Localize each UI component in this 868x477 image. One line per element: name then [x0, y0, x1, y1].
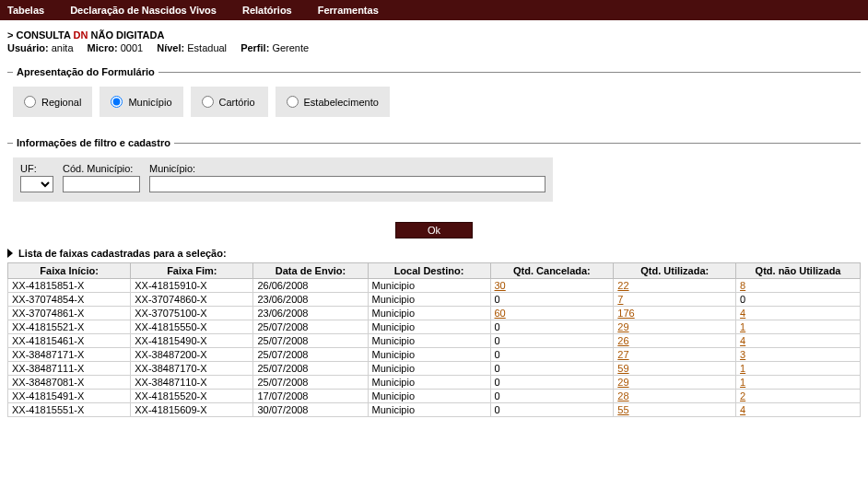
- count-link[interactable]: 7: [617, 294, 623, 305]
- table-cell: 1: [736, 376, 861, 390]
- mun-input[interactable]: [149, 176, 545, 192]
- radio-municipio-box[interactable]: Município: [100, 87, 182, 117]
- perfil-label: Perfil:: [240, 42, 269, 53]
- table-cell: 22: [614, 279, 736, 293]
- count-link[interactable]: 1: [740, 363, 745, 374]
- count-link[interactable]: 1: [740, 321, 745, 332]
- radio-cartorio[interactable]: [202, 96, 214, 108]
- col-naoutil: Qtd. não Utilizada: [736, 263, 861, 279]
- table-row: XX-41815551-XXX-41815609-X30/07/2008Muni…: [8, 403, 861, 417]
- table-cell: XX-38487081-X: [8, 376, 131, 390]
- table-cell: 4: [736, 403, 861, 417]
- table-cell: 0: [490, 362, 614, 376]
- table-cell: 2: [736, 390, 861, 403]
- radio-regional-box[interactable]: Regional: [13, 87, 92, 117]
- table-cell: 29: [614, 320, 736, 334]
- table-row: XX-38487171-XXX-38487200-X25/07/2008Muni…: [8, 348, 861, 362]
- count-link[interactable]: 55: [617, 404, 628, 415]
- radio-cartorio-box[interactable]: Cartório: [191, 87, 268, 117]
- faixas-table: Faixa Início: Faixa Fim: Data de Envio: …: [7, 262, 861, 417]
- col-cancel: Qtd. Cancelada:: [490, 263, 614, 279]
- table-cell: 4: [736, 334, 861, 348]
- usuario-label: Usuário:: [7, 42, 49, 53]
- count-link[interactable]: 4: [740, 404, 745, 415]
- count-link[interactable]: 26: [617, 335, 628, 346]
- count-link[interactable]: 27: [617, 349, 628, 360]
- table-cell: XX-37074854-X: [8, 293, 131, 307]
- ok-button[interactable]: Ok: [395, 222, 473, 238]
- table-cell: XX-41815490-X: [131, 334, 253, 348]
- table-cell: 4: [736, 307, 861, 320]
- menu-ferramentas[interactable]: Ferramentas: [318, 5, 379, 16]
- table-cell: 1: [736, 362, 861, 376]
- radio-municipio[interactable]: [111, 96, 123, 108]
- radio-municipio-label: Município: [128, 97, 171, 108]
- table-cell: 0: [490, 390, 614, 403]
- table-cell: 59: [614, 362, 736, 376]
- radio-regional-label: Regional: [41, 97, 81, 108]
- table-cell: Municipio: [368, 390, 490, 403]
- table-cell: 29: [614, 376, 736, 390]
- count-link[interactable]: 176: [617, 308, 634, 319]
- count-link[interactable]: 4: [740, 335, 745, 346]
- micro-value: 0001: [121, 42, 143, 53]
- col-util: Qtd. Utilizada:: [614, 263, 736, 279]
- table-cell: Municipio: [368, 307, 490, 320]
- count-link[interactable]: 60: [495, 308, 506, 319]
- title-suffix: NÃO DIGITADA: [88, 29, 165, 41]
- count-link[interactable]: 3: [740, 349, 745, 360]
- table-cell: XX-41815461-X: [8, 334, 131, 348]
- table-cell: XX-37075100-X: [131, 307, 253, 320]
- title-prefix: > CONSULTA: [7, 29, 74, 41]
- table-cell: 30/07/2008: [253, 403, 368, 417]
- mun-label: Município:: [149, 163, 545, 174]
- count-link[interactable]: 1: [740, 377, 745, 388]
- count-link[interactable]: 28: [617, 390, 628, 401]
- radio-regional[interactable]: [24, 96, 36, 108]
- table-cell: 60: [490, 307, 614, 320]
- count-link[interactable]: 8: [740, 280, 745, 291]
- count-link[interactable]: 2: [740, 390, 745, 401]
- uf-select[interactable]: [20, 176, 53, 192]
- table-cell: 0: [490, 403, 614, 417]
- count-link[interactable]: 29: [617, 321, 628, 332]
- list-header: Lista de faixas cadastradas para a seleç…: [7, 248, 861, 259]
- usuario-value: anita: [52, 42, 74, 53]
- triangle-icon: [7, 249, 13, 258]
- nivel-label: Nível:: [157, 42, 184, 53]
- table-row: XX-41815491-XXX-41815520-X17/07/2008Muni…: [8, 390, 861, 403]
- menu-declaracao[interactable]: Declaração de Nascidos Vivos: [70, 5, 217, 16]
- table-cell: XX-37074861-X: [8, 307, 131, 320]
- table-cell: Municipio: [368, 362, 490, 376]
- table-cell: XX-38487171-X: [8, 348, 131, 362]
- table-row: XX-37074854-XXX-37074860-X23/06/2008Muni…: [8, 293, 861, 307]
- table-cell: XX-41815550-X: [131, 320, 253, 334]
- menu-relatorios[interactable]: Relatórios: [242, 5, 292, 16]
- table-cell: Municipio: [368, 348, 490, 362]
- table-cell: XX-41815851-X: [8, 279, 131, 293]
- radio-estabelecimento-box[interactable]: Estabelecimento: [276, 87, 390, 117]
- micro-label: Micro:: [88, 42, 118, 53]
- count-link[interactable]: 29: [617, 377, 628, 388]
- count-link[interactable]: 22: [617, 280, 628, 291]
- count-link[interactable]: 30: [495, 280, 506, 291]
- count-link[interactable]: 59: [617, 363, 628, 374]
- col-faixa-inicio: Faixa Início:: [8, 263, 131, 279]
- table-cell: XX-38487200-X: [131, 348, 253, 362]
- menu-tabelas[interactable]: Tabelas: [7, 5, 44, 16]
- table-cell: 176: [614, 307, 736, 320]
- apresentacao-legend: Apresentação do Formulário: [13, 66, 158, 77]
- table-row: XX-37074861-XXX-37075100-X23/06/2008Muni…: [8, 307, 861, 320]
- user-info-line: Usuário: anita Micro: 0001 Nível: Estadu…: [7, 42, 861, 53]
- table-row: XX-41815521-XXX-41815550-X25/07/2008Muni…: [8, 320, 861, 334]
- table-cell: 0: [490, 348, 614, 362]
- title-dn: DN: [74, 29, 88, 41]
- table-cell: 23/06/2008: [253, 293, 368, 307]
- count-link[interactable]: 4: [740, 308, 745, 319]
- table-cell: 0: [736, 293, 861, 307]
- codmun-input[interactable]: [63, 176, 140, 192]
- table-cell: 26: [614, 334, 736, 348]
- page-title: > CONSULTA DN NÃO DIGITADA: [7, 29, 861, 41]
- menubar: Tabelas Declaração de Nascidos Vivos Rel…: [0, 0, 868, 20]
- radio-estabelecimento[interactable]: [287, 96, 299, 108]
